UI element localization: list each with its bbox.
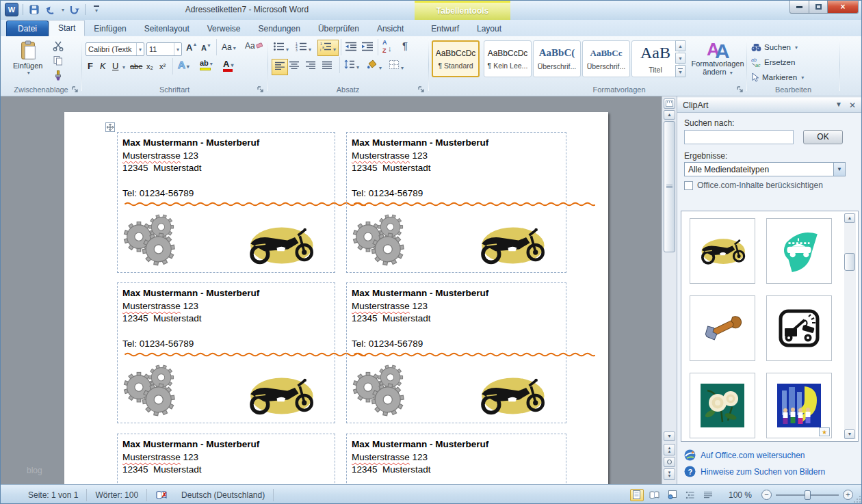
page-indicator[interactable]: Seite: 1 von 1 — [20, 489, 87, 501]
office-com-search-link[interactable]: Auf Office.com weitersuchen — [684, 449, 805, 461]
decrease-indent-button[interactable] — [345, 42, 357, 54]
clipart-result-motorcycle[interactable] — [690, 218, 755, 284]
pane-close-icon[interactable]: ✕ — [849, 101, 856, 110]
pane-menu-arrow-icon[interactable]: ▼ — [835, 101, 842, 110]
scroll-down-button[interactable]: ▼ — [664, 432, 675, 441]
tab-sendungen[interactable]: Sendungen — [249, 21, 309, 36]
address-label-cell[interactable]: Max Mustermann - Musterberuf Musterstras… — [346, 132, 566, 273]
style-kein-leerraum[interactable]: AaBbCcDc ¶ Kein Lee... — [484, 40, 532, 77]
results-scrollbar-thumb[interactable] — [844, 253, 855, 271]
media-type-dropdown[interactable]: Alle Mediendateitypen ▼ — [684, 162, 846, 176]
print-layout-view-button[interactable] — [630, 489, 644, 501]
align-center-button[interactable] — [289, 60, 300, 72]
bold-button[interactable]: F — [88, 61, 93, 72]
tab-layout[interactable]: Layout — [468, 21, 510, 36]
tab-ansicht[interactable]: Ansicht — [368, 21, 413, 36]
include-office-checkbox-row[interactable]: Office.com-Inhalte berücksichtigen — [684, 181, 823, 190]
previous-page-button[interactable]: ▲▲ — [664, 444, 675, 455]
numbering-button[interactable]: 123 ▾ — [296, 42, 311, 54]
redo-button[interactable] — [67, 3, 81, 16]
clipart-result-tow-truck[interactable] — [766, 295, 832, 361]
font-size-combo[interactable]: 11 ▾ — [146, 42, 182, 56]
gears-clipart[interactable] — [122, 212, 187, 267]
styles-gallery-down-button[interactable]: ▼ — [675, 53, 685, 64]
subscript-button[interactable]: x₂ — [146, 62, 153, 70]
tab-verweise[interactable]: Verweise — [198, 21, 250, 36]
results-scroll-down-button[interactable]: ▼ — [844, 429, 855, 439]
address-label-cell[interactable]: Max Mustermann - Musterberuf Musterstras… — [117, 434, 335, 484]
table-move-handle[interactable] — [105, 122, 115, 132]
ok-button[interactable]: OK — [803, 130, 843, 144]
bullets-button[interactable]: ▾ — [273, 42, 289, 54]
clipart-search-input[interactable] — [684, 130, 794, 144]
underline-dropdown-arrow-icon[interactable]: ▾ — [122, 64, 125, 70]
undo-dropdown-arrow-icon[interactable]: ▾ — [62, 7, 64, 13]
highlight-button[interactable]: ab▾ — [200, 59, 213, 70]
minimize-button[interactable] — [789, 1, 809, 14]
pane-header[interactable]: ClipArt ▼ ✕ — [677, 98, 861, 113]
sort-button[interactable]: A Z ↓ — [382, 40, 392, 54]
replace-button[interactable]: ab ac Ersetzen — [751, 55, 795, 69]
increase-indent-button[interactable] — [361, 42, 374, 54]
font-name-combo[interactable]: Calibri (Textk ▾ — [86, 42, 144, 56]
shading-button[interactable]: ▾ — [366, 59, 382, 72]
scroll-up-button[interactable]: ▲ — [664, 110, 675, 120]
web-layout-view-button[interactable] — [666, 489, 679, 501]
style-standard[interactable]: AaBbCcDc ¶ Standard — [432, 40, 480, 77]
align-right-button[interactable] — [305, 60, 316, 72]
superscript-button[interactable]: x² — [159, 62, 166, 70]
grow-font-button[interactable]: A▲ — [186, 42, 197, 53]
clipart-result-wrench[interactable] — [690, 295, 755, 361]
zoom-out-button[interactable]: − — [761, 490, 772, 500]
style-ueberschrift-1[interactable]: AaBbC( Überschrif... — [533, 40, 581, 77]
search-hints-link[interactable]: ? Hinweise zum Suchen von Bildern — [684, 466, 825, 477]
scrollbar-thumb[interactable] — [664, 121, 675, 252]
change-styles-button[interactable]: A A Formatvorlagen ändern ▾ — [690, 39, 745, 76]
clipart-result-people-city[interactable]: ★ — [766, 373, 832, 438]
clipart-result-roses[interactable] — [690, 373, 755, 438]
gears-clipart[interactable] — [122, 362, 187, 417]
justify-button[interactable] — [322, 60, 332, 72]
browse-object-button[interactable] — [664, 457, 675, 467]
draft-view-button[interactable] — [701, 489, 715, 501]
underline-button[interactable]: U — [112, 61, 118, 72]
select-button[interactable]: Markieren ▾ — [751, 70, 804, 84]
clipboard-dialog-launcher[interactable] — [71, 85, 79, 94]
style-ueberschrift-2[interactable]: AaBbCc Überschrif... — [582, 40, 630, 77]
tab-datei[interactable]: Datei — [6, 21, 49, 36]
paragraph-dialog-launcher[interactable] — [417, 85, 426, 94]
word-app-icon[interactable]: W — [5, 3, 18, 16]
format-painter-button[interactable] — [53, 70, 64, 84]
spellcheck-language[interactable]: ✗ Deutsch (Deutschland) — [147, 489, 274, 501]
text-effects-button[interactable]: A▾ — [178, 59, 190, 70]
motorcycle-clipart[interactable] — [473, 373, 551, 417]
font-dialog-launcher[interactable] — [257, 85, 265, 94]
font-color-button[interactable]: A▾ — [223, 59, 233, 72]
outline-view-button[interactable] — [683, 489, 697, 501]
zoom-slider-thumb[interactable] — [805, 490, 811, 500]
clipart-result-taxi[interactable] — [766, 218, 832, 284]
zoom-level[interactable]: 100 % — [729, 490, 752, 500]
paste-button[interactable]: Einfügen ▾ — [13, 40, 42, 76]
multilevel-list-button[interactable]: 1ai ▾ — [317, 40, 339, 56]
motorcycle-clipart[interactable] — [241, 373, 319, 417]
customize-qat-button[interactable]: ▾ — [90, 3, 103, 16]
line-spacing-button[interactable]: ▾ — [344, 59, 359, 72]
styles-dialog-launcher[interactable] — [736, 85, 744, 94]
styles-gallery-more-button[interactable]: ▼ — [675, 65, 685, 77]
motorcycle-clipart[interactable] — [473, 223, 551, 267]
cut-button[interactable] — [53, 40, 64, 54]
find-button[interactable]: Suchen ▾ — [751, 40, 798, 54]
results-scroll-up-button[interactable]: ▲ — [844, 213, 855, 223]
styles-gallery-up-button[interactable]: ▲ — [675, 40, 685, 51]
address-label-cell[interactable]: Max Mustermann - Musterberuf Musterstras… — [346, 434, 566, 484]
copy-button[interactable] — [53, 55, 64, 69]
checkbox[interactable] — [684, 181, 693, 190]
zoom-slider[interactable] — [776, 494, 839, 496]
align-left-button[interactable] — [272, 59, 288, 75]
zoom-in-button[interactable]: + — [843, 490, 853, 500]
change-case-button[interactable]: Aa▾ — [222, 42, 236, 52]
next-page-button[interactable]: ▼▼ — [664, 468, 675, 480]
italic-button[interactable]: K — [100, 61, 106, 72]
resize-grip[interactable] — [853, 495, 861, 503]
